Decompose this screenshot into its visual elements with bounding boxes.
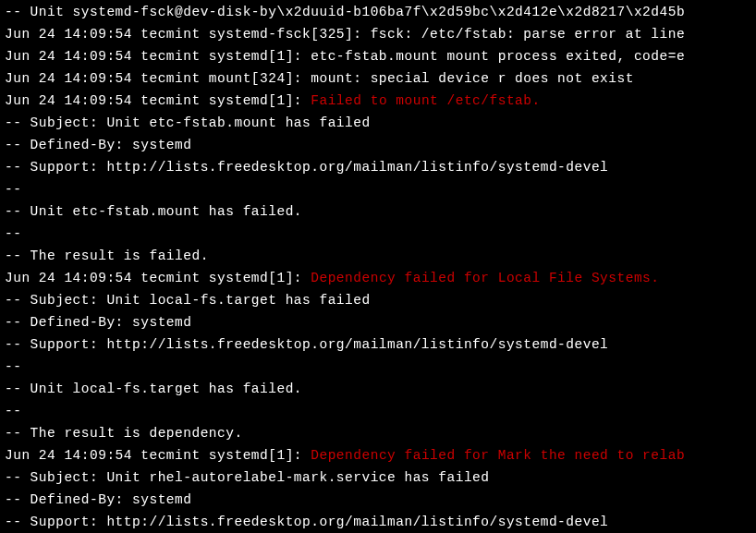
log-text: Jun 24 14:09:54 tecmint systemd[1]: etc-…	[5, 49, 685, 64]
log-line: -- Support: http://lists.freedesktop.org…	[5, 157, 751, 179]
log-line: --	[5, 179, 751, 201]
log-text: -- The result is dependency.	[5, 426, 243, 441]
log-text: Jun 24 14:09:54 tecmint mount[324]: moun…	[5, 71, 634, 86]
log-line: Jun 24 14:09:54 tecmint systemd[1]: Depe…	[5, 445, 751, 467]
log-text: -- Unit etc-fstab.mount has failed.	[5, 204, 302, 219]
log-line: -- The result is failed.	[5, 246, 751, 268]
log-line: Jun 24 14:09:54 tecmint mount[324]: moun…	[5, 68, 751, 91]
log-text: -- Subject: Unit rhel-autorelabel-mark.s…	[5, 470, 489, 485]
log-line: -- Support: http://lists.freedesktop.org…	[5, 334, 751, 357]
log-text: -- Defined-By: systemd	[5, 315, 191, 330]
log-text: -- Subject: Unit local-fs.target has fai…	[5, 293, 371, 308]
log-prefix: Jun 24 14:09:54 tecmint systemd[1]:	[5, 93, 311, 108]
log-line: -- The result is dependency.	[5, 423, 751, 445]
log-text: -- Support: http://lists.freedesktop.org…	[5, 160, 608, 175]
log-line: --	[5, 357, 751, 379]
log-line: -- Support: http://lists.freedesktop.org…	[5, 512, 751, 533]
log-line: Jun 24 14:09:54 tecmint systemd[1]: Fail…	[5, 91, 751, 113]
log-line: -- Defined-By: systemd	[5, 135, 751, 157]
log-text: --	[5, 359, 21, 374]
log-text: -- Defined-By: systemd	[5, 492, 191, 507]
log-prefix: Jun 24 14:09:54 tecmint systemd[1]:	[5, 271, 311, 285]
log-text: --	[5, 404, 21, 418]
log-line: -- Subject: Unit etc-fstab.mount has fai…	[5, 113, 751, 135]
log-text: -- Support: http://lists.freedesktop.org…	[5, 337, 608, 352]
log-line: -- Subject: Unit local-fs.target has fai…	[5, 290, 751, 312]
log-text: --	[5, 182, 21, 197]
log-text: -- Unit local-fs.target has failed.	[5, 382, 302, 396]
log-line: -- Subject: Unit rhel-autorelabel-mark.s…	[5, 467, 751, 490]
log-text: -- Defined-By: systemd	[5, 138, 191, 152]
log-line: Jun 24 14:09:54 tecmint systemd-fsck[325…	[5, 24, 751, 46]
log-text: --	[5, 226, 21, 241]
log-error-message: Dependency failed for Mark the need to r…	[311, 448, 685, 463]
log-line: --	[5, 401, 751, 423]
log-line: Jun 24 14:09:54 tecmint systemd[1]: etc-…	[5, 46, 751, 68]
log-text: -- Unit systemd-fsck@dev-disk-by\x2duuid…	[5, 5, 685, 19]
log-line: -- Unit systemd-fsck@dev-disk-by\x2duuid…	[5, 2, 751, 24]
log-line: Jun 24 14:09:54 tecmint systemd[1]: Depe…	[5, 268, 751, 290]
log-line: -- Defined-By: systemd	[5, 312, 751, 334]
log-line: --	[5, 224, 751, 246]
terminal-output[interactable]: -- Unit systemd-fsck@dev-disk-by\x2duuid…	[5, 2, 751, 533]
log-line: -- Defined-By: systemd	[5, 490, 751, 512]
log-text: -- Subject: Unit etc-fstab.mount has fai…	[5, 115, 371, 130]
log-text: -- Support: http://lists.freedesktop.org…	[5, 515, 608, 529]
log-line: -- Unit local-fs.target has failed.	[5, 379, 751, 401]
log-prefix: Jun 24 14:09:54 tecmint systemd[1]:	[5, 448, 311, 463]
log-text: -- The result is failed.	[5, 248, 209, 263]
log-error-message: Failed to mount /etc/fstab.	[311, 93, 540, 108]
log-error-message: Dependency failed for Local File Systems…	[311, 271, 659, 285]
log-line: -- Unit etc-fstab.mount has failed.	[5, 201, 751, 224]
log-text: Jun 24 14:09:54 tecmint systemd-fsck[325…	[5, 27, 685, 42]
